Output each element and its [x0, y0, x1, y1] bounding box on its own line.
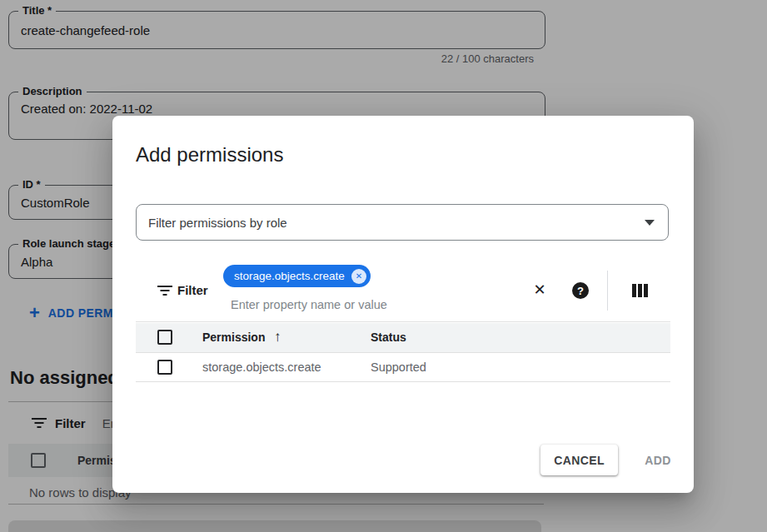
role-dropdown-placeholder: Filter permissions by role	[148, 216, 287, 230]
chip-remove-icon[interactable]: ✕	[351, 269, 366, 284]
dropdown-arrow-icon	[645, 220, 655, 226]
row-checkbox[interactable]	[157, 360, 172, 375]
filter-chip-label: storage.objects.create	[234, 270, 345, 282]
clear-filters-icon[interactable]: ✕	[530, 280, 550, 300]
toolbar-divider	[607, 271, 608, 311]
permissions-table-header: Permission ↑ Status	[136, 323, 670, 353]
help-icon[interactable]: ?	[572, 282, 589, 299]
status-cell: Supported	[371, 360, 426, 374]
permission-column-header[interactable]: Permission	[202, 331, 265, 344]
status-column-header[interactable]: Status	[371, 331, 406, 344]
dialog-title: Add permissions	[136, 143, 283, 167]
add-button[interactable]: ADD	[637, 445, 679, 475]
filter-input[interactable]	[229, 297, 441, 312]
filter-permissions-by-role-dropdown[interactable]: Filter permissions by role	[136, 204, 669, 241]
permission-table-row[interactable]: storage.objects.create Supported	[136, 354, 670, 382]
select-all-checkbox[interactable]	[157, 330, 172, 345]
filter-label: Filter	[177, 283, 208, 297]
filter-chip[interactable]: storage.objects.create ✕	[223, 265, 371, 287]
add-permissions-dialog: Add permissions Filter permissions by ro…	[112, 116, 694, 493]
cancel-button[interactable]: CANCEL	[540, 445, 618, 475]
permissions-filter-toolbar: Filter storage.objects.create ✕ ✕ ?	[136, 259, 670, 322]
permission-cell: storage.objects.create	[202, 360, 321, 374]
filter-icon	[157, 286, 172, 296]
sort-ascending-icon[interactable]: ↑	[274, 329, 281, 346]
column-display-icon[interactable]	[632, 284, 648, 297]
